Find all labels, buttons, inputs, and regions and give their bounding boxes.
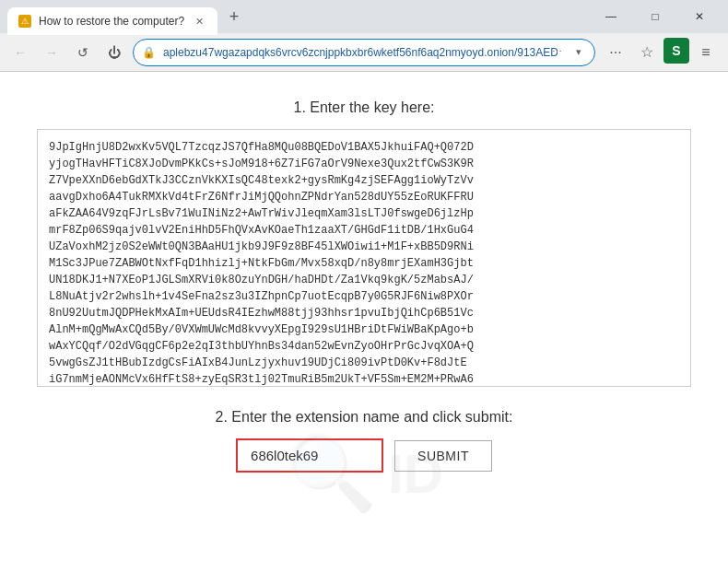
more-tools-button[interactable]: ···: [601, 38, 630, 67]
toolbar-right: ··· ☆ S ≡: [601, 38, 721, 67]
new-tab-button[interactable]: +: [221, 4, 247, 29]
navigation-bar: ← → ↺ ⏻ 🔒 ⋯ ▾ ··· ☆ S ≡: [0, 33, 728, 72]
key-textarea[interactable]: 9JpIgHnjU8D2wxKv5VQL7TzcqzJS7QfHa8MQu08B…: [37, 129, 691, 387]
tab-close-button[interactable]: ✕: [192, 14, 206, 29]
section1-title: 1. Enter the key here:: [37, 99, 691, 116]
lock-icon: 🔒: [142, 46, 156, 59]
section2: 2. Enter the extension name and click su…: [37, 409, 691, 473]
home-button[interactable]: ⏻: [101, 40, 127, 65]
address-dropdown-icon[interactable]: ▾: [569, 43, 588, 62]
favorites-button[interactable]: ☆: [632, 38, 662, 67]
minimize-button[interactable]: —: [590, 3, 632, 30]
active-tab[interactable]: ⚠ How to restore the computer? ✕: [7, 7, 217, 35]
address-input[interactable]: [133, 39, 595, 66]
input-row: SUBMIT: [37, 438, 691, 473]
address-bar-container: 🔒 ⋯ ▾: [133, 39, 595, 66]
address-favorites-icon[interactable]: ⋯: [547, 43, 566, 62]
section2-title: 2. Enter the extension name and click su…: [37, 409, 691, 426]
window-controls: — □ ✕: [590, 3, 721, 30]
maximize-button[interactable]: □: [634, 3, 676, 30]
submit-button[interactable]: SUBMIT: [394, 440, 492, 472]
refresh-button[interactable]: ↺: [70, 40, 96, 65]
browser-window: ⚠ How to restore the computer? ✕ + — □ ✕…: [0, 0, 728, 572]
back-button[interactable]: ←: [7, 40, 33, 65]
title-bar: ⚠ How to restore the computer? ✕ + — □ ✕: [0, 0, 728, 33]
address-bar-actions: ⋯ ▾: [547, 43, 588, 62]
tab-favicon: ⚠: [18, 15, 31, 28]
tab-bar: ⚠ How to restore the computer? ✕ +: [7, 0, 579, 33]
section1: 1. Enter the key here: 9JpIgHnjU8D2wxKv5…: [37, 99, 691, 409]
collections-button[interactable]: S: [663, 38, 689, 64]
tab-title: How to restore the computer?: [39, 15, 184, 28]
extension-input[interactable]: [236, 438, 383, 473]
menu-button[interactable]: ≡: [691, 38, 721, 67]
forward-button[interactable]: →: [39, 40, 65, 65]
page-content: 🔍 ID 1. Enter the key here: 9JpIgHnjU8D2…: [0, 72, 728, 572]
close-button[interactable]: ✕: [678, 3, 721, 30]
